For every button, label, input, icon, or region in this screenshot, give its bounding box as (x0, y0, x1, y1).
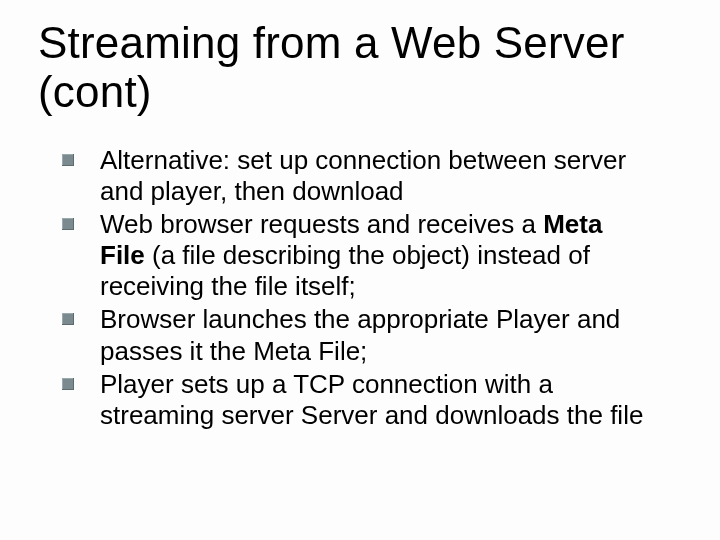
bullet-text: Browser launches the appropriate Player … (100, 304, 620, 365)
list-item: Web browser requests and receives a Meta… (58, 209, 654, 303)
bullet-text: Alternative: set up connection between s… (100, 145, 626, 206)
bullet-list: Alternative: set up connection between s… (38, 145, 682, 432)
list-item: Browser launches the appropriate Player … (58, 304, 654, 366)
bullet-text-after: (a file describing the object) instead o… (100, 240, 590, 301)
list-item: Player sets up a TCP connection with a s… (58, 369, 654, 431)
bullet-text: Web browser requests and receives a (100, 209, 543, 239)
list-item: Alternative: set up connection between s… (58, 145, 654, 207)
slide-title: Streaming from a Web Server (cont) (38, 18, 682, 117)
bullet-text: Player sets up a TCP connection with a s… (100, 369, 643, 430)
slide: Streaming from a Web Server (cont) Alter… (0, 0, 720, 540)
